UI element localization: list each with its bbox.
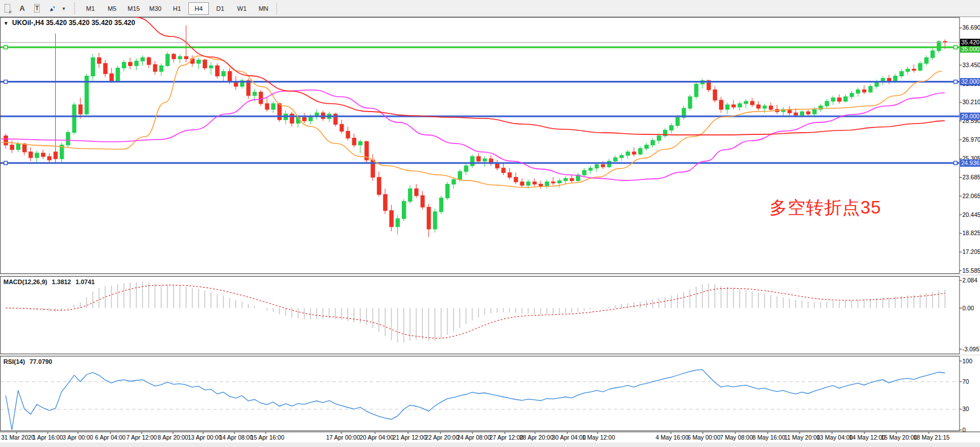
svg-text:100: 100 <box>962 358 973 364</box>
svg-text:35.420: 35.420 <box>961 39 979 46</box>
svg-text:0.00: 0.00 <box>962 305 974 311</box>
svg-text:32.000: 32.000 <box>961 78 979 85</box>
svg-text:26.970: 26.970 <box>962 136 980 143</box>
svg-text:1 Apr 16:00: 1 Apr 16:00 <box>32 434 63 441</box>
rsi-value: 77.0790 <box>30 358 52 365</box>
svg-text:0: 0 <box>962 427 966 433</box>
chart-annotation-text[interactable]: 多空转折点35 <box>769 196 881 220</box>
svg-text:18 May 21:15: 18 May 21:15 <box>913 434 950 441</box>
svg-text:17 Apr 00:00: 17 Apr 00:00 <box>326 434 360 441</box>
svg-text:24.936: 24.936 <box>961 159 979 166</box>
letter-t-glyph: T <box>34 4 40 13</box>
macd-panel[interactable] <box>0 276 980 354</box>
svg-text:29.000: 29.000 <box>961 113 979 120</box>
arrow-objects-icon[interactable] <box>45 2 59 15</box>
symbol-period-label: UKOil-,H4 <box>12 19 44 27</box>
text-label-icon[interactable]: A <box>15 2 29 15</box>
svg-text:36.690: 36.690 <box>962 24 980 31</box>
svg-text:33.450: 33.450 <box>962 61 980 68</box>
period-grid-glyph: F <box>5 4 10 13</box>
timeframe-button-m15[interactable]: M15 <box>123 2 144 15</box>
svg-text:30.210: 30.210 <box>962 99 980 105</box>
svg-text:27 Apr 12:00: 27 Apr 12:00 <box>489 434 524 441</box>
timeframe-button-d1[interactable]: D1 <box>210 2 230 15</box>
svg-text:7 Apr 12:00: 7 Apr 12:00 <box>126 434 157 441</box>
letter-a-glyph: A <box>19 4 24 13</box>
svg-text:31 Mar 2020: 31 Mar 2020 <box>1 434 35 441</box>
svg-text:22.065: 22.065 <box>962 192 980 199</box>
svg-text:8 May 16:00: 8 May 16:00 <box>752 434 785 441</box>
toolbar-separator <box>277 2 278 15</box>
svg-text:35.000: 35.000 <box>961 46 979 52</box>
svg-text:6 Apr 04:00: 6 Apr 04:00 <box>95 434 126 441</box>
dropdown-caret-icon[interactable]: ▾ <box>60 2 68 15</box>
arrows-glyph <box>49 5 55 13</box>
price-badge-35.000: 35.000 <box>960 46 980 53</box>
svg-text:24 Apr 08:00: 24 Apr 08:00 <box>457 434 491 441</box>
timeframe-button-m5[interactable]: M5 <box>102 2 122 15</box>
symbol-dropdown-icon[interactable]: ▼ <box>3 20 9 26</box>
svg-text:30 Apr 04:00: 30 Apr 04:00 <box>552 434 586 441</box>
toolbar-grip[interactable] <box>73 3 76 14</box>
macd-main-value: 1.3812 <box>52 278 71 285</box>
svg-text:13 May 04:00: 13 May 04:00 <box>817 434 853 441</box>
text-object-icon[interactable]: T <box>30 2 44 15</box>
svg-text:4 May 16:00: 4 May 16:00 <box>656 434 689 441</box>
timeframe-bar: M1M5M15M30H1H4D1W1MN <box>80 2 274 15</box>
svg-text:8 Apr 20:00: 8 Apr 20:00 <box>158 434 188 441</box>
main-panel[interactable] <box>0 17 980 274</box>
svg-text:23.685: 23.685 <box>962 174 980 181</box>
svg-text:2.084: 2.084 <box>962 277 977 284</box>
timeframe-button-h4[interactable]: H4 <box>188 2 209 15</box>
price-badge-35.420: 35.420 <box>960 39 980 46</box>
chart-title: ▼ UKOil-,H4 35.420 35.420 35.420 35.420 <box>3 19 135 27</box>
svg-text:28 Apr 20:00: 28 Apr 20:00 <box>520 434 554 441</box>
svg-text:22 Apr 20:00: 22 Apr 20:00 <box>425 434 459 441</box>
svg-text:7 May 08:00: 7 May 08:00 <box>720 434 753 441</box>
rsi-panel[interactable] <box>0 356 980 431</box>
price-badge-29.000: 29.000 <box>960 113 980 120</box>
rsi-label: RSI(14) 77.0790 <box>3 358 52 365</box>
macd-label: MACD(12,26,9) 1.3812 1.0741 <box>3 278 94 285</box>
svg-text:13 Apr 00:00: 13 Apr 00:00 <box>188 434 222 441</box>
macd-signal-value: 1.0741 <box>76 278 95 285</box>
svg-text:30: 30 <box>962 405 969 412</box>
svg-text:20 Apr 04:00: 20 Apr 04:00 <box>360 434 394 441</box>
svg-text:70: 70 <box>962 378 969 385</box>
timeframe-button-h1[interactable]: H1 <box>167 2 187 15</box>
period-grid-icon[interactable]: F <box>1 2 14 15</box>
svg-text:15 Apr 16:00: 15 Apr 16:00 <box>250 434 285 441</box>
svg-text:21 Apr 12:00: 21 Apr 12:00 <box>393 434 427 441</box>
svg-text:15 May 20:00: 15 May 20:00 <box>881 434 917 441</box>
svg-text:3 Apr 00:00: 3 Apr 00:00 <box>63 434 93 441</box>
timeframe-button-m1[interactable]: M1 <box>80 2 101 15</box>
svg-text:15.585: 15.585 <box>962 267 980 274</box>
svg-text:6 May 00:00: 6 May 00:00 <box>687 434 720 441</box>
svg-text:20.445: 20.445 <box>962 211 980 218</box>
svg-text:11 May 20:00: 11 May 20:00 <box>784 434 820 441</box>
timeframe-button-m30[interactable]: M30 <box>145 2 166 15</box>
chart-canvas[interactable]: 36.69033.45031.83030.21028.59026.97025.3… <box>0 0 980 447</box>
svg-text:18.825: 18.825 <box>962 229 980 236</box>
ohlc-values: 35.420 35.420 35.420 35.420 <box>46 19 135 27</box>
mt4-window: F A T ▾ M1M5M15M30H1H4D1W1MN 36.69033.45… <box>0 0 980 447</box>
svg-text:14 Apr 08:00: 14 Apr 08:00 <box>219 434 253 441</box>
toolbar: F A T ▾ M1M5M15M30H1H4D1W1MN <box>0 0 980 17</box>
svg-text:-3.0957: -3.0957 <box>962 346 980 352</box>
price-badge-24.936: 24.936 <box>960 159 980 167</box>
svg-text:14 May 12:00: 14 May 12:00 <box>849 434 886 441</box>
timeframe-button-w1[interactable]: W1 <box>232 2 252 15</box>
timeframe-button-mn[interactable]: MN <box>253 2 274 15</box>
svg-text:1 May 12:00: 1 May 12:00 <box>582 434 615 441</box>
svg-text:17.205: 17.205 <box>962 248 980 255</box>
price-badge-32.000: 32.000 <box>960 78 980 85</box>
